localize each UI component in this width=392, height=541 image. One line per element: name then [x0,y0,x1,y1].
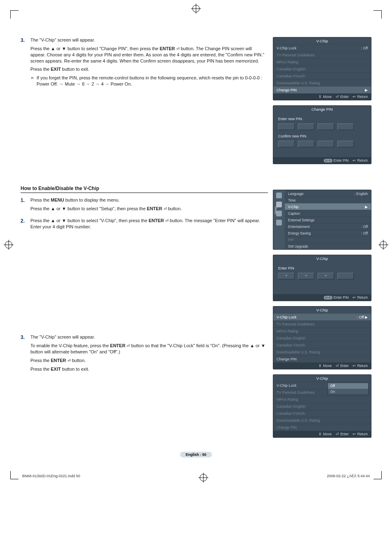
step-text: To enable the V-Chip feature, press the … [30,343,268,355]
step-text: Press the EXIT button to exit. [30,66,268,72]
osd-footer: 0~9 Enter PIN ↩Return [273,294,371,301]
sidebar-icon[interactable] [276,202,282,207]
menu-item[interactable]: Canadian English [273,334,371,341]
pin-digit[interactable] [337,273,354,279]
pin-digit[interactable] [298,123,314,130]
menu-item[interactable]: MPAA Rating [273,58,371,65]
step-text: Press the ▲ or ▼ button to select "V-Chi… [30,218,268,230]
enter-icon: ⏎ [176,46,180,52]
return-icon: ↩ [353,364,356,368]
menu-item[interactable]: Language: English [285,190,371,197]
menu-item-label: Downloadable U.S. Rating [277,81,320,85]
menu-item[interactable]: Canadian English [273,403,371,410]
pin-label: Confirm new PIN. [278,134,366,138]
sidebar-icon[interactable] [276,193,282,198]
menu-item[interactable]: Canadian French [273,72,371,79]
step-text: Press the EXIT button to exit. [30,366,268,372]
pin-input-row [278,141,366,147]
menu-item-label: V-Chip Lock [277,46,297,50]
pin-digit[interactable] [337,141,354,147]
menu-item-label: Canadian French [277,411,305,416]
note-text: If you forget the PIN, press the remote-… [37,75,268,87]
osd-footer: ⇕Move ⏎Enter ↩Return [273,431,371,437]
menu-item-label: TV Parental Guidelines [277,322,315,326]
menu-item[interactable]: V-Chip ▶ [285,203,371,210]
osd-sidebar [273,190,285,249]
pin-digit[interactable] [318,141,334,147]
menu-item-label: Change PIN [277,88,297,92]
menu-item[interactable]: Downloadable U.S. Rating [273,79,371,86]
menu-item-label: Caption [288,211,300,216]
menu-item-label: TV Parental Guidelines [277,390,315,395]
dropdown-option[interactable]: On [328,389,368,395]
menu-item-label: V-Chip [288,205,299,209]
pin-digit[interactable] [337,123,354,130]
menu-item[interactable]: TV Parental Guidelines [273,51,371,58]
osd-setup-menu: Setup Language: EnglishTimeV-Chip ▶Capti… [273,190,371,250]
pin-digit[interactable] [318,123,334,130]
menu-item[interactable]: Change PIN ▶ [273,86,371,93]
meta-left: BN68-01392D-01Eng-0221.indd 50 [22,474,80,481]
step-text: Press the ▲ or ▼ button to select "Chang… [30,46,268,64]
pin-digit[interactable] [278,273,295,279]
menu-item-label: Canadian English [277,404,306,409]
pin-label: Enter new PIN. [278,117,366,121]
menu-item-value: : Off [361,225,368,229]
pin-digit[interactable] [298,141,314,147]
menu-item[interactable]: Change PIN [273,355,371,362]
menu-item-label: Downloadable U.S. Rating [277,418,320,423]
sidebar-icon[interactable] [276,220,282,225]
menu-item-value: : Off [361,46,368,50]
menu-item-label: External Settings [288,218,314,222]
menu-item-label: Canadian French [277,343,305,347]
enter-icon: ⏎ [336,432,339,436]
menu-item[interactable]: Canadian English [273,65,371,72]
return-icon: ↩ [353,432,356,436]
menu-item-label: Energy Saving [288,231,311,235]
page-number-pill: English - 50 [180,452,212,457]
menu-item[interactable]: MPAA Rating [273,396,371,403]
menu-item[interactable]: External Settings [285,216,371,223]
menu-item-label: Change PIN [277,357,297,361]
step-2: 2. Press the ▲ or ▼ button to select "V-… [21,218,268,232]
menu-item[interactable]: V-Chip Lock: Off [273,44,371,51]
osd-title: V-Chip [273,255,371,262]
menu-item-value: ▶ [365,205,368,209]
menu-item[interactable]: Time [285,197,371,203]
osd-change-pin: Change PIN Enter new PIN. Confirm new PI… [273,105,371,164]
menu-item-label: TV Parental Guidelines [277,53,315,57]
menu-item[interactable]: Caption [285,210,371,216]
enter-icon: ⏎ [165,218,168,224]
osd-vchip-menu: V-Chip V-Chip Lock: OffTV Parental Guide… [273,37,371,100]
move-icon: ⇕ [318,432,322,436]
menu-item[interactable]: Canadian French [273,341,371,348]
osd-column: V-Chip V-Chip Lock: OffTV Parental Guide… [273,37,371,443]
menu-item[interactable]: PIP [285,236,371,243]
menu-item[interactable]: Canadian French [273,410,371,417]
setup-tab-label: Setup [274,207,277,214]
move-icon: ⇕ [318,364,322,368]
pin-digit[interactable] [278,141,295,147]
pin-digit[interactable] [298,273,314,279]
menu-item[interactable]: V-Chip Lock: Off ▶ [273,313,371,320]
return-icon: ↩ [353,295,356,300]
menu-item[interactable]: MPAA Rating [273,327,371,334]
pin-digit[interactable] [318,273,334,279]
step-3a: 3. The "V-Chip" screen will appear. Pres… [21,37,268,87]
dropdown-option[interactable]: Off [328,383,368,389]
menu-item[interactable]: Downloadable U.S. Rating [273,348,371,355]
menu-item[interactable]: SW Upgrade [285,243,371,249]
print-metadata: BN68-01392D-01Eng-0221.indd 50 2008-02-2… [21,474,371,481]
menu-item-label: Downloadable U.S. Rating [277,350,320,354]
menu-item[interactable]: Entertainment: Off [285,223,371,230]
menu-item[interactable]: TV Parental Guidelines [273,320,371,327]
menu-item[interactable]: Change PIN [273,424,371,431]
step-text: The "V-Chip" screen will appear. [30,37,268,43]
page-footer: English - 50 [21,450,371,457]
menu-item[interactable]: Energy Saving: Off [285,230,371,236]
menu-item[interactable]: Downloadable U.S. Rating [273,417,371,424]
enter-icon: ⏎ [67,358,71,364]
menu-item-label: MPAA Rating [277,397,298,402]
pin-digit[interactable] [278,123,295,130]
sidebar-icon[interactable] [276,211,282,216]
